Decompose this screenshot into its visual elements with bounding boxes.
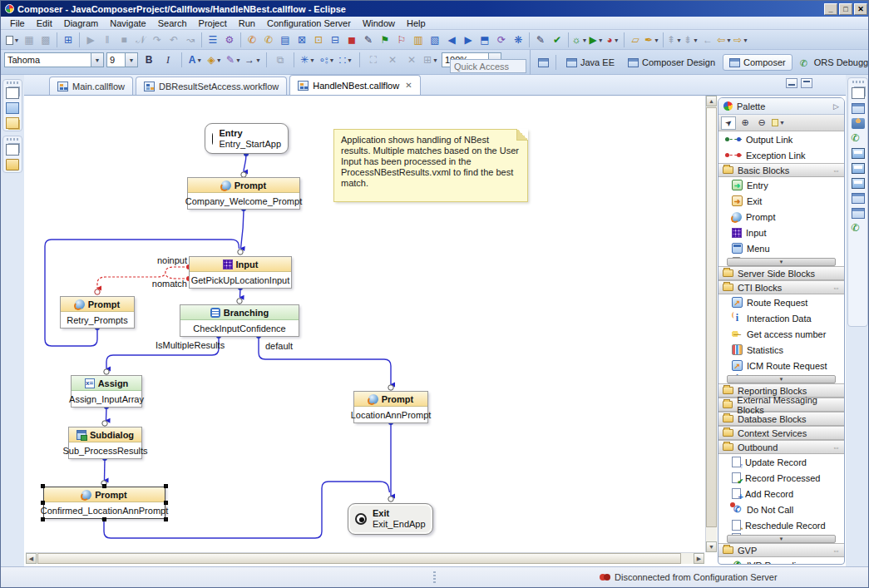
note-tool-icon[interactable]: ▼	[771, 116, 786, 130]
palette-section-gvp[interactable]: GVP⇔	[718, 543, 844, 557]
menu-project[interactable]: Project	[193, 17, 233, 29]
palette-header[interactable]: Palette ▷	[718, 98, 844, 115]
selection-handle[interactable]	[102, 517, 106, 521]
back-history-icon[interactable]: ⇦▼	[716, 32, 733, 47]
connector-entry-to-welcome[interactable]	[244, 154, 246, 171]
quick-access-input[interactable]	[450, 59, 526, 73]
palette-collapse-icon[interactable]: ▷	[833, 102, 839, 111]
palette-item-exit[interactable]: ➜Exit	[718, 193, 844, 209]
vertical-scroll-thumb[interactable]	[706, 107, 717, 527]
save-all-icon[interactable]: ▩	[37, 32, 54, 47]
forward-history-icon[interactable]: ⇨▼	[733, 32, 749, 47]
perspective-java-ee[interactable]: Java EE	[560, 55, 620, 70]
palette-section-basic-blocks[interactable]: Basic Blocks⇔	[718, 163, 844, 177]
block-company-welcome-prompt[interactable]: Prompt Company_Welcome_Prompt	[187, 177, 300, 210]
table-icon[interactable]: ⊞▼	[422, 52, 439, 67]
window-split-icon[interactable]: ▧	[427, 32, 443, 47]
zoom-in-icon[interactable]: ⊕	[738, 116, 753, 130]
palette-item-input[interactable]: Input	[718, 225, 844, 240]
menu-search[interactable]: Search	[152, 17, 193, 29]
tasks-view-icon[interactable]	[852, 208, 865, 219]
refactor-icon[interactable]: ⟳	[493, 32, 510, 47]
generate-code-icon[interactable]: ▤	[277, 32, 294, 47]
palette-item-ivr-recording[interactable]: ✆IVR Recording	[718, 557, 844, 565]
palette-exception-link[interactable]: Exception Link	[718, 147, 844, 163]
font-size-combo[interactable]: 9▼	[106, 52, 138, 67]
menu-navigate[interactable]: Navigate	[104, 17, 151, 29]
fill-color-icon[interactable]: ◈▼	[206, 52, 223, 67]
maximize-button[interactable]: □	[839, 3, 852, 15]
diagram-note[interactable]: Application shows handling of NBest resu…	[333, 129, 528, 202]
palette-item-entry[interactable]: ➜Entry	[718, 177, 844, 193]
connector-subdialog-to-confirmed[interactable]	[105, 458, 106, 480]
disconnect-icon[interactable]: 𝒩	[132, 32, 149, 47]
close-button[interactable]: ✕	[854, 3, 867, 15]
show-properties-icon[interactable]: ☰	[205, 32, 221, 47]
palette-section-context-services[interactable]: Context Services	[718, 426, 844, 440]
restore-view3-icon[interactable]	[852, 87, 865, 99]
palette-item-prompt[interactable]: Prompt	[718, 209, 844, 225]
edge-label-nomatch[interactable]: nomatch	[149, 279, 187, 289]
edge-label-ismultipleresults[interactable]: IsMultipleResults	[156, 340, 225, 350]
status-drag-handle[interactable]	[433, 571, 436, 585]
scroll-right-icon[interactable]: ▶	[694, 553, 704, 564]
gvp-view-icon[interactable]	[852, 223, 865, 234]
connector-welcome-to-input[interactable]	[241, 209, 244, 248]
selection-handle[interactable]	[164, 484, 168, 488]
debug-console-icon[interactable]	[852, 163, 865, 174]
minimize-button[interactable]: _	[824, 3, 837, 15]
palette-scroll-down[interactable]: ▼	[727, 258, 836, 266]
block-checkinputconfidence[interactable]: Branching CheckInputConfidence	[180, 304, 299, 337]
validate-diagram-icon[interactable]: ⚙	[221, 32, 238, 47]
new-workflow-icon[interactable]: ✆	[260, 32, 277, 47]
debug-icon[interactable]: ☼▼	[571, 32, 588, 47]
perspective-ors-debugging[interactable]: ORS Debugging	[794, 55, 869, 70]
palette-item-get-access-number[interactable]: —Get access number	[718, 326, 844, 342]
selection-handle[interactable]	[102, 484, 106, 488]
call-trace-icon[interactable]	[852, 133, 865, 144]
external-tools-icon[interactable]: ✒▼	[644, 32, 660, 47]
pin-editor-icon[interactable]: ✎	[532, 32, 549, 47]
selection-handle[interactable]	[164, 501, 168, 505]
scroll-down-icon[interactable]: ▼	[706, 541, 717, 552]
palette-item-cancel-record[interactable]: Cancel Record ▼	[718, 533, 844, 543]
menu-file[interactable]: File	[4, 17, 31, 29]
font-size-combo-arrow[interactable]: ▼	[125, 53, 137, 67]
media-resource-icon[interactable]: ⚐	[393, 32, 410, 47]
tab-dbresultsetaccess-workflow[interactable]: DBResultSetAccess.workflow	[136, 77, 287, 95]
scroll-left-icon[interactable]: ◀	[26, 553, 37, 564]
zoom-out-icon[interactable]: ⊖	[754, 116, 769, 130]
palette-item-interaction-data[interactable]: (iInteraction Data	[718, 310, 844, 326]
block-getpickuplocationinput[interactable]: Input GetPickUpLocationInput	[189, 256, 292, 289]
restore-view-icon[interactable]	[6, 87, 19, 99]
palette-item-reschedule-record[interactable]: Reschedule Record	[718, 517, 844, 533]
autosize-icon[interactable]: ⛶	[365, 52, 382, 67]
menu-window[interactable]: Window	[357, 17, 401, 29]
palette-scroll-down[interactable]: ▼	[727, 375, 836, 383]
perspective-composer-design[interactable]: Composer Design	[622, 55, 721, 70]
select-tool-icon[interactable]: ✳▼	[299, 52, 316, 67]
align-icon[interactable]: ∘⦂▼	[318, 52, 335, 67]
palette-item-menu[interactable]: Menu	[718, 240, 844, 256]
maximize-editor-icon[interactable]	[801, 78, 812, 88]
new-callflow-icon[interactable]: ✆	[244, 32, 260, 47]
step-into-icon[interactable]: ↷	[149, 32, 165, 47]
tab-main-callflow[interactable]: Main.callflow	[49, 77, 133, 95]
project-explorer-icon[interactable]	[6, 102, 19, 114]
palette-section-outbound[interactable]: Outbound⇔	[718, 440, 844, 454]
pin-icon[interactable]: ⇔	[832, 284, 840, 292]
match-height-icon[interactable]: ✕	[403, 52, 420, 67]
properties-view-icon[interactable]	[6, 117, 19, 129]
canvas-horizontal-scrollbar[interactable]: ◀ ▶	[26, 552, 704, 564]
export-icon[interactable]: ⬒	[476, 32, 493, 47]
terminate-icon[interactable]: ■	[116, 32, 132, 47]
palette-section-cti-blocks[interactable]: CTI Blocks⇔	[718, 280, 844, 294]
selection-handle[interactable]	[41, 484, 45, 488]
prev-diagram-icon[interactable]: ◀	[443, 32, 460, 47]
copy-appearance-icon[interactable]: ⧉	[272, 52, 289, 67]
palette-item-do-not-call[interactable]: ✆Do Not Call	[718, 502, 844, 517]
menu-edit[interactable]: Edit	[31, 17, 58, 29]
palette-item-log[interactable]: ●Log ▼	[718, 256, 844, 266]
selection-handle[interactable]	[41, 517, 45, 521]
preferences-icon[interactable]: ⊟	[327, 32, 343, 47]
